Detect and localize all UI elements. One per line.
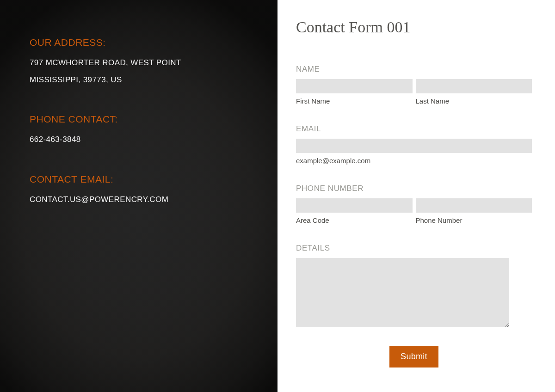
- contact-form-panel: Contact Form 001 NAME First Name Last Na…: [278, 0, 555, 392]
- phone-value: 662-463-3848: [30, 133, 249, 146]
- phone-title: PHONE CONTACT:: [30, 114, 249, 125]
- address-title: OUR ADDRESS:: [30, 37, 249, 48]
- email-col: example@example.com: [296, 139, 532, 165]
- details-field-block: DETAILS: [296, 244, 532, 329]
- address-section: OUR ADDRESS: 797 MCWHORTER ROAD, WEST PO…: [30, 37, 249, 86]
- first-name-col: First Name: [296, 79, 413, 105]
- phone-row: Area Code Phone Number: [296, 198, 532, 224]
- contact-email-value: CONTACT.US@POWERENCRY.COM: [30, 193, 249, 206]
- name-field-block: NAME First Name Last Name: [296, 65, 532, 105]
- first-name-sublabel: First Name: [296, 97, 413, 105]
- address-line-2: MISSISSIPPI, 39773, US: [30, 74, 249, 86]
- email-sublabel: example@example.com: [296, 157, 532, 165]
- form-title: Contact Form 001: [296, 18, 532, 36]
- submit-button[interactable]: Submit: [389, 346, 438, 368]
- phone-label: PHONE NUMBER: [296, 184, 532, 193]
- email-input[interactable]: [296, 139, 532, 153]
- page-container: OUR ADDRESS: 797 MCWHORTER ROAD, WEST PO…: [0, 0, 555, 392]
- submit-wrap: Submit: [296, 346, 532, 368]
- phone-field-block: PHONE NUMBER Area Code Phone Number: [296, 184, 532, 224]
- name-row: First Name Last Name: [296, 79, 532, 105]
- last-name-col: Last Name: [416, 79, 532, 105]
- contact-email-title: CONTACT EMAIL:: [30, 174, 249, 185]
- email-field-block: EMAIL example@example.com: [296, 124, 532, 165]
- area-code-sublabel: Area Code: [296, 216, 413, 224]
- email-label: EMAIL: [296, 124, 532, 134]
- details-textarea[interactable]: [296, 258, 509, 327]
- last-name-sublabel: Last Name: [416, 97, 532, 105]
- last-name-input[interactable]: [416, 79, 532, 93]
- first-name-input[interactable]: [296, 79, 413, 93]
- address-line-1: 797 MCWHORTER ROAD, WEST POINT: [30, 56, 249, 69]
- contact-info-panel: OUR ADDRESS: 797 MCWHORTER ROAD, WEST PO…: [0, 0, 278, 392]
- contact-email-section: CONTACT EMAIL: CONTACT.US@POWERENCRY.COM: [30, 174, 249, 206]
- phone-number-sublabel: Phone Number: [416, 216, 532, 224]
- phone-number-col: Phone Number: [416, 198, 532, 224]
- details-label: DETAILS: [296, 244, 532, 253]
- phone-number-input[interactable]: [416, 198, 532, 213]
- phone-section: PHONE CONTACT: 662-463-3848: [30, 114, 249, 146]
- area-code-col: Area Code: [296, 198, 413, 224]
- name-label: NAME: [296, 65, 532, 74]
- area-code-input[interactable]: [296, 198, 413, 213]
